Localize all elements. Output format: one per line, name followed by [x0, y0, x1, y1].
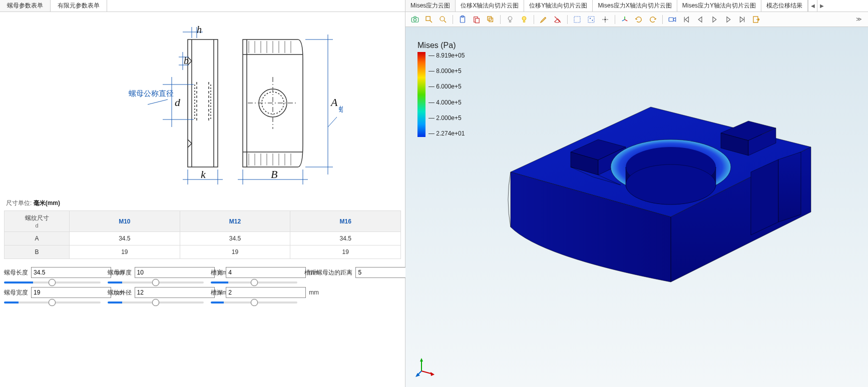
layers-icon[interactable] — [484, 14, 497, 26]
svg-marker-76 — [420, 358, 423, 362]
video-icon[interactable] — [666, 14, 679, 26]
input-groove-width[interactable] — [226, 267, 306, 278]
viewport-toolbar: ≫ — [405, 12, 868, 27]
tab-fea-params[interactable]: 有限元参数表单 — [51, 0, 107, 12]
unit-label: 尺寸单位: 毫米(mm) — [0, 197, 405, 210]
table-col-m16[interactable]: M16 — [290, 211, 401, 232]
slider-nut-length[interactable] — [4, 282, 101, 284]
step-back-icon[interactable] — [694, 14, 707, 26]
camera-icon[interactable] — [408, 14, 421, 26]
label-groove-edge-dist: 槽距螺母边的距离 — [304, 268, 352, 277]
skip-end-icon[interactable] — [736, 14, 749, 26]
slider-nut-width[interactable] — [4, 302, 101, 304]
find-icon[interactable] — [437, 14, 450, 26]
svg-point-74 — [626, 164, 716, 204]
slider-thread-outer-dia[interactable] — [108, 302, 204, 304]
erase-icon[interactable] — [551, 14, 564, 26]
color-legend: Mises (Pa) 8.919e+05 8.000e+5 6.000e+5 4… — [417, 41, 465, 137]
label-groove-width: 槽宽 — [211, 268, 223, 277]
brush-icon[interactable] — [537, 14, 550, 26]
right-tabs: Mises应力云图 位移X轴法向切片云图 位移Y轴法向切片云图 Mises应力X… — [405, 0, 868, 12]
schematic-diagram: h b d k B — [0, 12, 405, 197]
svg-marker-78 — [430, 372, 435, 376]
label-nut-width: 螺母宽度 — [4, 288, 28, 297]
bulb-off-icon[interactable] — [504, 14, 517, 26]
label-groove-depth: 槽深 — [211, 288, 223, 297]
svg-point-69 — [605, 18, 606, 20]
bulb-on-icon[interactable] — [518, 14, 531, 26]
label-nut-thickness: 螺母厚度 — [108, 268, 132, 277]
svg-text:螺母整体长度: 螺母整体长度 — [339, 105, 343, 114]
label-nut-length: 螺母长度 — [4, 268, 28, 277]
svg-text:B: B — [271, 168, 277, 180]
slider-groove-depth[interactable] — [211, 302, 297, 304]
tab-disp-x-slice[interactable]: 位移X轴法向切片云图 — [456, 0, 524, 12]
svg-point-67 — [590, 18, 591, 19]
tabs-scroll-right[interactable]: ▶ — [817, 0, 826, 12]
legend-colorbar — [417, 52, 425, 137]
table-col-m10[interactable]: M10 — [70, 211, 180, 232]
tab-mises-y-slice[interactable]: Mises应力Y轴法向切片云图 — [677, 0, 761, 12]
input-nut-width[interactable] — [31, 287, 111, 298]
point-icon[interactable] — [599, 14, 612, 26]
svg-text:k: k — [201, 168, 206, 180]
tabs-scroll-left[interactable]: ◀ — [808, 0, 817, 12]
svg-line-64 — [555, 16, 561, 22]
select-icon[interactable] — [571, 14, 584, 26]
export-icon[interactable] — [750, 14, 763, 26]
svg-text:h: h — [197, 24, 202, 35]
svg-rect-70 — [669, 18, 673, 22]
tab-nut-params[interactable]: 螺母参数表单 — [0, 0, 51, 12]
table-row: B 19 19 19 — [5, 246, 401, 259]
svg-point-63 — [522, 16, 526, 20]
rotate-cw-icon[interactable] — [632, 14, 645, 26]
svg-text:A: A — [330, 96, 338, 108]
label-thread-outer-dia: 螺纹外径 — [108, 288, 132, 297]
svg-rect-66 — [588, 16, 594, 22]
dimension-table: 螺纹尺寸 d M10 M12 M16 A 34.5 34.5 34.5 B — [4, 210, 401, 259]
fea-viewport[interactable]: Mises (Pa) 8.919e+05 8.000e+5 6.000e+5 4… — [405, 27, 868, 387]
svg-point-55 — [440, 16, 445, 21]
tab-modal-disp[interactable]: 模态位移结果 — [761, 0, 808, 12]
tab-mises-stress[interactable]: Mises应力云图 — [405, 0, 456, 12]
axes-icon[interactable] — [618, 14, 631, 26]
tab-mises-x-slice[interactable]: Mises应力X轴法向切片云图 — [593, 0, 677, 12]
left-tabs: 螺母参数表单 有限元参数表单 — [0, 0, 405, 12]
input-groove-depth[interactable] — [226, 287, 306, 298]
svg-rect-65 — [574, 16, 580, 22]
play-icon[interactable] — [708, 14, 721, 26]
input-thread-outer-dia[interactable] — [135, 287, 215, 298]
rotate-ccw-icon[interactable] — [646, 14, 659, 26]
svg-point-62 — [508, 16, 512, 20]
tab-disp-y-slice[interactable]: 位移Y轴法向切片云图 — [524, 0, 593, 12]
svg-text:b: b — [184, 55, 189, 66]
svg-rect-60 — [488, 16, 492, 20]
table-header-d: 螺纹尺寸 d — [5, 211, 70, 232]
select-dots-icon[interactable] — [585, 14, 598, 26]
svg-text:d: d — [175, 96, 181, 108]
parameter-controls: 螺母长度 mm 螺母厚度 mm 槽宽 — [0, 264, 405, 311]
step-fwd-icon[interactable] — [722, 14, 735, 26]
svg-point-68 — [592, 20, 593, 20]
orientation-triad-icon — [415, 357, 436, 377]
zoom-box-icon[interactable] — [422, 14, 436, 26]
svg-rect-61 — [489, 18, 493, 22]
svg-point-53 — [413, 18, 416, 21]
slider-nut-thickness[interactable] — [108, 282, 204, 284]
svg-rect-0 — [188, 40, 218, 167]
table-row: A 34.5 34.5 34.5 — [5, 232, 401, 246]
skip-start-icon[interactable] — [680, 14, 693, 26]
svg-rect-59 — [476, 18, 480, 22]
fea-model-render — [471, 72, 851, 302]
toolbar-more[interactable]: ≫ — [853, 16, 865, 22]
svg-text:螺母公称直径: 螺母公称直径 — [129, 89, 174, 98]
paste-icon[interactable] — [470, 14, 483, 26]
slider-groove-width[interactable] — [211, 282, 297, 284]
table-col-m12[interactable]: M12 — [180, 211, 290, 232]
clipboard-icon[interactable] — [456, 14, 469, 26]
input-nut-length[interactable] — [31, 267, 111, 278]
svg-rect-54 — [426, 16, 430, 20]
input-nut-thickness[interactable] — [135, 267, 215, 278]
